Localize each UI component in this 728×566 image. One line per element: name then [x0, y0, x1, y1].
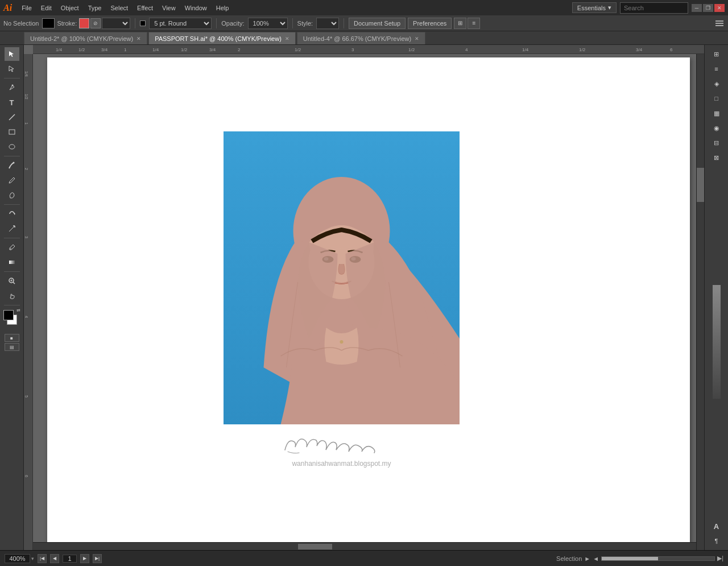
tab-close-0[interactable]: ✕: [136, 36, 141, 42]
menu-edit[interactable]: Edit: [37, 3, 56, 13]
tab-close-1[interactable]: ✕: [285, 36, 289, 42]
stroke-panel-btn[interactable]: □: [709, 92, 724, 105]
ruler-mark: 4: [24, 316, 28, 318]
gradient-panel-btn[interactable]: ▦: [709, 106, 724, 120]
svg-line-3: [9, 114, 15, 120]
tab-passport[interactable]: PASSPORT SH.ai* @ 400% (CMYK/Preview) ✕: [148, 32, 296, 44]
stroke-select[interactable]: [102, 18, 130, 29]
opacity-select[interactable]: 100%: [248, 18, 288, 29]
canvas-area[interactable]: 1/4 1/2 3/4 1 1/4 1/2 3/4 2 1/2 3 1/2 4 …: [24, 45, 704, 550]
pathfinder-panel-btn[interactable]: ◈: [709, 77, 724, 90]
ruler-mark: 1/2: [78, 47, 85, 52]
fill-color[interactable]: [42, 18, 55, 28]
signature-script: [279, 430, 404, 458]
main-container: T: [0, 45, 728, 550]
paragraph-panel-btn[interactable]: ¶: [709, 534, 724, 548]
svg-point-5: [9, 144, 15, 149]
brush-tool[interactable]: [5, 159, 19, 172]
nav-first-btn[interactable]: |◀: [38, 554, 47, 563]
divider-3: [292, 18, 293, 28]
minimize-button[interactable]: ─: [692, 4, 702, 12]
divider-4: [344, 18, 344, 28]
zoom-tool[interactable]: [5, 274, 19, 288]
color-mode-btn[interactable]: ■: [5, 334, 19, 342]
right-panel: ⊞ ≡ ◈ □ ▦ ◉ ⊟ ⊠ A ¶: [704, 45, 728, 550]
swap-colors-icon[interactable]: ⇄: [16, 308, 20, 313]
gradient-tool[interactable]: [5, 255, 19, 269]
character-panel-btn[interactable]: A: [709, 519, 724, 533]
pencil-tool[interactable]: [5, 173, 19, 187]
svg-point-23: [340, 340, 343, 344]
horizontal-scrollbar[interactable]: [33, 542, 696, 550]
tab-untitled4[interactable]: Untitled-4* @ 66.67% (CMYK/Preview) ✕: [297, 32, 425, 44]
gradient-mode-btn[interactable]: ▤: [5, 343, 19, 351]
rotate-tool[interactable]: [5, 207, 19, 221]
style-select[interactable]: [316, 18, 339, 29]
tab-untitled2[interactable]: Untitled-2* @ 100% (CMYK/Preview) ✕: [24, 32, 147, 44]
scale-tool[interactable]: [5, 222, 19, 236]
hand-tool[interactable]: [5, 289, 19, 303]
essentials-button[interactable]: Essentials ▾: [572, 2, 617, 13]
nav-next-btn[interactable]: ▶: [80, 554, 89, 563]
appearance-panel-btn[interactable]: ◉: [709, 121, 724, 135]
ellipse-tool[interactable]: [5, 140, 19, 154]
stroke-icon[interactable]: ⊘: [90, 18, 101, 28]
menu-bar: Ai File Edit Object Type Select Effect V…: [0, 0, 728, 15]
fg-color-swatch[interactable]: [3, 310, 14, 320]
brush-select[interactable]: 5 pt. Round: [149, 18, 212, 29]
menu-object[interactable]: Object: [57, 3, 83, 13]
vertical-scrollbar[interactable]: [696, 54, 704, 550]
menu-view[interactable]: View: [158, 3, 180, 13]
menu-file[interactable]: File: [18, 3, 36, 13]
menu-type[interactable]: Type: [84, 3, 106, 13]
ruler-mark: 2: [24, 168, 28, 170]
ruler-mark: 1/4: [152, 47, 159, 52]
line-tool[interactable]: [5, 110, 19, 124]
color-mode-buttons: ■ ▤: [5, 334, 19, 351]
align-panel-btn[interactable]: ≡: [709, 62, 724, 76]
menu-window[interactable]: Window: [181, 3, 211, 13]
menu-select[interactable]: Select: [106, 3, 132, 13]
stroke-color[interactable]: [79, 18, 89, 28]
selection-tool[interactable]: [5, 47, 19, 61]
right-scroll-handle[interactable]: [713, 285, 721, 399]
zoom-dropdown-icon[interactable]: ▾: [31, 556, 34, 561]
opacity-label: Opacity:: [221, 20, 244, 27]
eyedropper-tool[interactable]: [5, 241, 19, 254]
document-canvas[interactable]: wanhanisahwanmat.blogspot.my: [33, 54, 704, 550]
restore-button[interactable]: ❐: [703, 4, 713, 12]
doc-setup-button[interactable]: Document Setup: [349, 18, 406, 29]
scrollbar-thumb[interactable]: [697, 168, 704, 202]
transform-icon[interactable]: ⊞: [454, 18, 466, 29]
search-input[interactable]: [620, 2, 688, 14]
type-tool[interactable]: T: [5, 96, 19, 109]
opt-right: [715, 19, 725, 28]
rect-tool[interactable]: [5, 125, 19, 139]
align-icon[interactable]: ≡: [468, 18, 480, 29]
person-illustration: [224, 140, 460, 424]
blob-brush-tool[interactable]: [5, 188, 19, 202]
preferences-button[interactable]: Preferences: [408, 18, 452, 29]
page-input[interactable]: [63, 555, 77, 563]
menu-effect[interactable]: Effect: [133, 3, 157, 13]
status-end-icon[interactable]: ▶|: [717, 555, 723, 562]
signature-url: wanhanisahwanmat.blogspot.my: [292, 460, 391, 468]
layers-panel-btn[interactable]: ⊟: [709, 136, 724, 150]
ruler-mark: 3: [351, 47, 354, 52]
horizontal-scrollbar-thumb[interactable]: [298, 544, 332, 550]
menu-help[interactable]: Help: [212, 3, 233, 13]
stroke-area: Stroke: ⊘: [57, 18, 130, 29]
artboards-panel-btn[interactable]: ⊠: [709, 151, 724, 164]
pen-tool[interactable]: [5, 81, 19, 94]
nav-last-btn[interactable]: ▶|: [93, 554, 102, 563]
status-arrow-left[interactable]: ◄: [593, 555, 599, 562]
direct-select-tool[interactable]: [5, 62, 19, 76]
panel-menu-icon[interactable]: [715, 19, 725, 28]
zoom-input[interactable]: [5, 554, 30, 563]
tab-close-2[interactable]: ✕: [415, 36, 419, 42]
close-button[interactable]: ✕: [714, 4, 725, 12]
status-arrow-right[interactable]: ►: [584, 555, 590, 562]
ruler-mark: 1/4: [56, 47, 62, 52]
transform-panel-btn[interactable]: ⊞: [709, 47, 724, 61]
nav-prev-btn[interactable]: ◀: [50, 554, 59, 563]
